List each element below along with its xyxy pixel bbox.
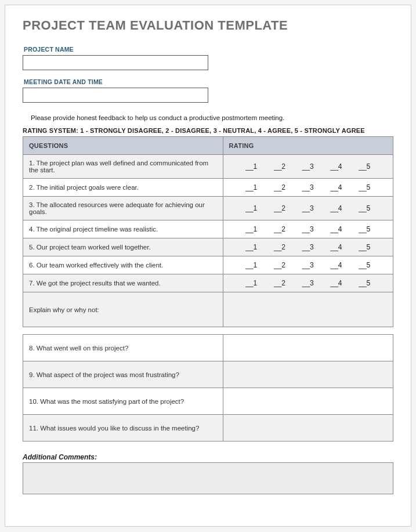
rating-option-2[interactable]: __2 [274,261,285,269]
page-container: PROJECT TEAM EVALUATION TEMPLATE PROJECT… [5,5,411,527]
rating-option-5[interactable]: __5 [359,261,370,269]
rating-option-2[interactable]: __2 [274,183,285,191]
rating-option-1[interactable]: __1 [245,225,257,233]
header-questions: QUESTIONS [23,137,223,155]
question-cell: 5. Our project team worked well together… [23,238,223,256]
explain-row: Explain why or why not: [23,292,393,327]
instruction-text: Please provide honest feedback to help u… [31,114,393,121]
rating-option-3[interactable]: __3 [302,204,314,212]
rating-option-4[interactable]: __4 [330,243,342,251]
rating-cell: __1__2__3__4__5 [223,256,393,274]
meeting-date-label: MEETING DATE AND TIME [23,78,393,85]
table-row: 3. The allocated resources were adequate… [23,197,393,220]
rating-option-1[interactable]: __1 [245,243,257,251]
rating-option-1[interactable]: __1 [245,162,257,171]
rating-cell: __1__2__3__4__5 [223,274,393,292]
question-cell: 1. The project plan was well defined and… [23,155,223,179]
table-row: 10. What was the most satisfying part of… [23,388,393,415]
rating-option-3[interactable]: __3 [302,225,314,233]
rating-option-3[interactable]: __3 [302,243,314,251]
rating-option-5[interactable]: __5 [359,279,370,287]
open-question-cell: 9. What aspect of the project was most f… [23,361,223,388]
project-name-input[interactable] [23,55,208,70]
rating-option-5[interactable]: __5 [359,204,370,212]
question-cell: 3. The allocated resources were adequate… [23,197,223,220]
rating-option-2[interactable]: __2 [274,243,285,251]
project-name-label: PROJECT NAME [23,46,393,53]
rating-option-1[interactable]: __1 [245,204,257,212]
open-questions-table: 8. What went well on this project?9. Wha… [23,334,393,441]
rating-option-4[interactable]: __4 [330,204,342,212]
rating-option-3[interactable]: __3 [302,279,314,287]
rated-questions-table: QUESTIONS RATING 1. The project plan was… [23,136,393,327]
rating-cell: __1__2__3__4__5 [223,155,393,179]
question-cell: 6. Our team worked effectively with the … [23,256,223,274]
table-row: 5. Our project team worked well together… [23,238,393,256]
question-cell: 7. We got the project results that we wa… [23,274,223,292]
rating-cell: __1__2__3__4__5 [223,238,393,256]
rating-option-3[interactable]: __3 [302,261,314,269]
rating-cell: __1__2__3__4__5 [223,220,393,238]
rating-option-2[interactable]: __2 [274,162,285,171]
rating-option-2[interactable]: __2 [274,204,285,212]
open-answer-cell[interactable] [223,415,393,441]
open-answer-cell[interactable] [223,335,393,361]
rating-option-4[interactable]: __4 [330,225,342,233]
table-row: 9. What aspect of the project was most f… [23,361,393,388]
open-answer-cell[interactable] [223,361,393,388]
rating-option-4[interactable]: __4 [330,162,342,171]
rating-option-1[interactable]: __1 [245,183,257,191]
rating-option-4[interactable]: __4 [330,183,342,191]
question-cell: 2. The initial project goals were clear. [23,179,223,197]
table-row: 6. Our team worked effectively with the … [23,256,393,274]
table-row: 2. The initial project goals were clear.… [23,179,393,197]
open-question-cell: 8. What went well on this project? [23,335,223,361]
additional-comments-input[interactable] [23,463,393,494]
table-row: 4. The original project timeline was rea… [23,220,393,238]
rating-cell: __1__2__3__4__5 [223,197,393,220]
table-row: 8. What went well on this project? [23,335,393,361]
page-title: PROJECT TEAM EVALUATION TEMPLATE [23,18,393,33]
rating-option-1[interactable]: __1 [245,261,257,269]
rating-cell: __1__2__3__4__5 [223,179,393,197]
explain-answer-cell[interactable] [223,292,393,327]
meeting-date-input[interactable] [23,88,208,103]
rating-option-5[interactable]: __5 [359,225,370,233]
open-answer-cell[interactable] [223,388,393,415]
table-row: 1. The project plan was well defined and… [23,155,393,179]
header-rating: RATING [223,137,393,155]
question-cell: 4. The original project timeline was rea… [23,220,223,238]
rating-option-4[interactable]: __4 [330,279,342,287]
explain-label: Explain why or why not: [23,292,223,327]
rating-option-5[interactable]: __5 [359,243,370,251]
additional-comments-label: Additional Comments: [23,452,393,463]
rating-option-2[interactable]: __2 [274,225,285,233]
rating-option-5[interactable]: __5 [359,183,370,191]
rating-option-4[interactable]: __4 [330,261,342,269]
rating-legend: RATING SYSTEM: 1 - STRONGLY DISAGREE, 2 … [23,127,393,134]
open-question-cell: 11. What issues would you like to discus… [23,415,223,441]
rating-option-2[interactable]: __2 [274,279,285,287]
rating-option-3[interactable]: __3 [302,162,314,171]
open-question-cell: 10. What was the most satisfying part of… [23,388,223,415]
rating-option-5[interactable]: __5 [359,162,370,171]
table-row: 7. We got the project results that we wa… [23,274,393,292]
rating-option-1[interactable]: __1 [245,279,257,287]
rating-option-3[interactable]: __3 [302,183,314,191]
table-row: 11. What issues would you like to discus… [23,415,393,441]
